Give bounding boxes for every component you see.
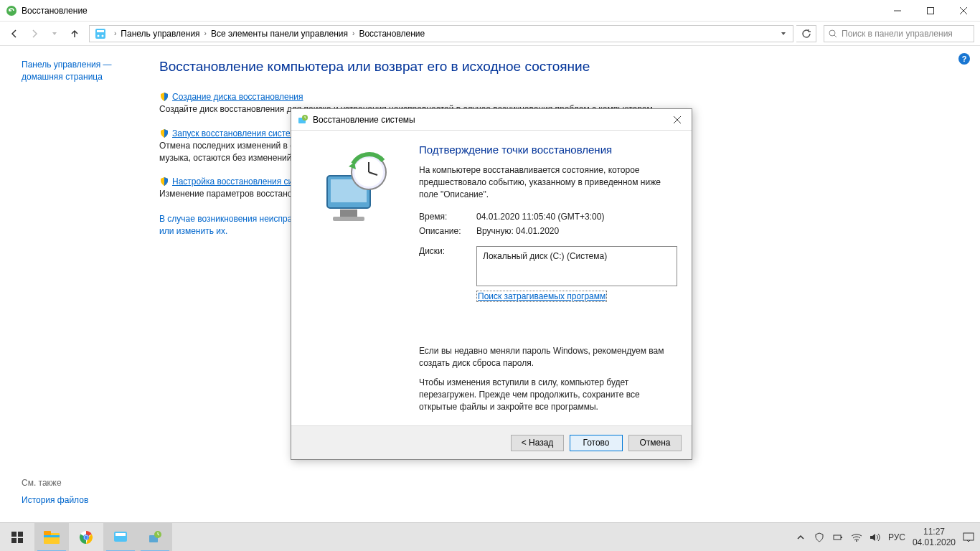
control-panel-home-link[interactable]: Панель управления — домашняя страница [22,59,142,83]
taskbar-control-panel[interactable] [103,523,138,552]
svg-rect-23 [11,532,17,537]
dialog-title: Восстановление системы [313,115,663,125]
action-center-icon[interactable] [963,532,974,543]
wifi-icon[interactable] [851,532,862,543]
file-history-link[interactable]: История файлов [22,495,88,505]
power-icon[interactable] [832,532,844,543]
taskbar-chrome[interactable] [69,523,103,552]
taskbar-file-explorer[interactable] [34,523,69,552]
description-value: Вручную: 04.01.2020 [476,226,559,236]
breadcrumb[interactable]: › Панель управления › Все элементы панел… [89,25,793,42]
finish-button[interactable]: Готово [570,435,623,451]
app-icon [6,5,17,17]
password-note: Если вы недавно меняли пароль Windows, р… [419,345,677,369]
svg-rect-17 [340,209,357,217]
dialog-button-row: < Назад Готово Отмена [291,426,692,459]
dialog-titlebar: Восстановление системы [291,109,692,131]
shield-icon [159,128,169,138]
help-icon[interactable]: ? [958,53,970,65]
time-value: 04.01.2020 11:05:40 (GMT+3:00) [476,212,604,222]
taskbar-system-restore[interactable] [138,523,172,552]
crumb-all-items[interactable]: Все элементы панели управления [211,29,348,39]
action-link[interactable]: Запуск восстановления системы [172,128,303,138]
restart-warning: Чтобы изменения вступили в силу, компьют… [419,377,677,413]
back-button[interactable]: < Назад [511,435,564,451]
chevron-right-icon: › [114,29,116,37]
start-button[interactable] [0,523,34,552]
system-restore-dialog: Восстановление системы Подтверждение точ… [291,108,692,460]
svg-rect-26 [18,538,23,543]
svg-rect-18 [333,217,364,221]
crumb-recovery[interactable]: Восстановление [359,29,425,39]
svg-point-33 [85,535,88,539]
svg-line-10 [834,35,837,37]
shield-icon [159,176,169,187]
chevron-right-icon: › [352,29,354,37]
disks-label: Диски: [419,246,476,286]
shield-icon [159,92,169,102]
time-label: Время: [419,212,476,222]
system-restore-icon [297,114,308,126]
svg-point-7 [98,34,100,37]
scan-affected-programs-link[interactable]: Поиск затрагиваемых программ [476,291,607,302]
svg-rect-35 [116,533,126,536]
svg-rect-41 [963,533,974,540]
svg-rect-25 [11,538,17,543]
refresh-button[interactable] [796,25,816,42]
svg-rect-24 [18,532,23,537]
language-indicator[interactable]: РУС [888,532,905,542]
security-icon[interactable] [814,532,825,543]
svg-point-9 [829,30,835,36]
dialog-intro: На компьютере восстанавливается состояни… [419,164,677,200]
back-button[interactable] [6,25,23,42]
recent-dropdown[interactable] [46,25,63,42]
window-titlebar: Восстановление [0,0,980,22]
dialog-content: Подтверждение точки восстановления На ко… [419,143,677,413]
maximize-button[interactable] [914,0,947,22]
control-panel-icon [94,27,107,40]
chevron-down-icon[interactable] [780,30,787,37]
tray-chevron-up-icon[interactable] [795,532,806,543]
search-input[interactable]: Поиск в панели управления [824,25,974,42]
clock[interactable]: 11:27 04.01.2020 [913,527,956,547]
close-button[interactable] [947,0,980,22]
svg-point-40 [856,540,857,542]
svg-point-8 [102,34,104,37]
dialog-artwork [306,143,406,244]
clock-time: 11:27 [913,527,956,537]
page-heading: Восстановление компьютера или возврат ег… [159,59,963,75]
svg-rect-28 [44,531,51,535]
svg-rect-38 [834,535,841,540]
disk-item: Локальный диск (C:) (Система) [483,251,671,261]
crumb-control-panel[interactable]: Панель управления [121,29,199,39]
see-also-section: См. также История файлов [22,478,88,505]
svg-rect-2 [928,7,934,14]
window-controls [881,0,980,22]
forward-button[interactable] [26,25,43,42]
sidebar: Панель управления — домашняя страница См… [0,46,151,522]
up-button[interactable] [66,25,83,42]
chevron-right-icon: › [204,29,207,37]
action-link[interactable]: Создание диска восстановления [172,92,303,102]
svg-rect-39 [841,537,842,538]
see-also-header: См. также [22,478,88,488]
clock-date: 04.01.2020 [913,537,956,547]
navigation-bar: › Панель управления › Все элементы панел… [0,22,980,46]
svg-rect-6 [97,30,104,32]
search-icon [829,29,837,38]
disks-listbox[interactable]: Локальный диск (C:) (Система) [476,246,677,286]
cancel-button[interactable]: Отмена [628,435,682,451]
taskbar: РУС 11:27 04.01.2020 [0,522,980,551]
description-label: Описание: [419,226,476,236]
dialog-body: Подтверждение точки восстановления На ко… [291,131,692,426]
system-tray: РУС 11:27 04.01.2020 [795,527,980,547]
dialog-close-button[interactable] [663,109,692,131]
dialog-heading: Подтверждение точки восстановления [419,143,677,156]
svg-rect-29 [44,535,60,537]
search-placeholder: Поиск в панели управления [842,29,953,39]
volume-icon[interactable] [870,532,881,543]
minimize-button[interactable] [881,0,914,22]
window-title: Восстановление [22,6,881,16]
